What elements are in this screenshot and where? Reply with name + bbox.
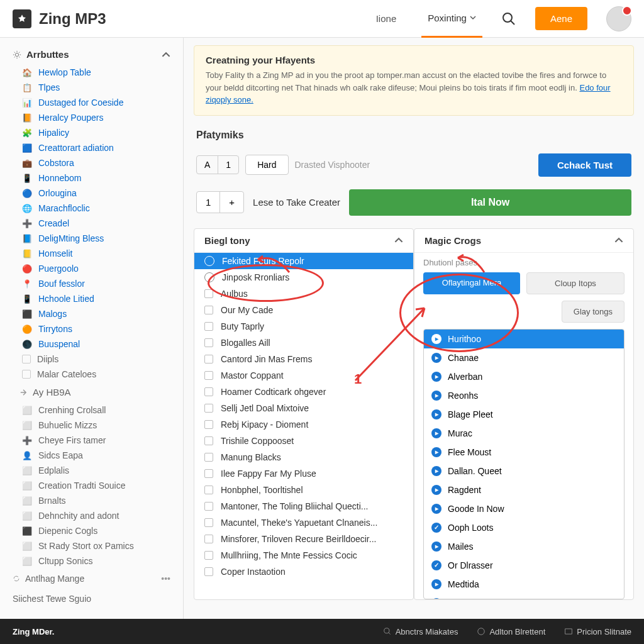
sidebar-item[interactable]: 🌐Marachfloclic	[0, 201, 183, 216]
list-item[interactable]: Manung Blacks	[194, 449, 413, 465]
sidebar-item[interactable]: 📊Dustaged for Coeside	[0, 95, 183, 110]
sidebar-item[interactable]: Malar Cateloes	[0, 367, 183, 382]
dropdown-item[interactable]: ▸Dallan. Queet	[424, 462, 624, 480]
chip-secondary[interactable]: Cloup Itops	[526, 272, 625, 294]
list-item[interactable]: Cantord Jin Mas Frems	[194, 351, 413, 367]
sidebar-item[interactable]: 🟦Creattorart adiation	[0, 140, 183, 155]
sidebar-item[interactable]: 🔴Puergoolo	[0, 261, 183, 276]
list-item[interactable]: Macuntel, Theke's Yapuetant Clnaneis...	[194, 514, 413, 531]
list-item[interactable]: Coper Instaotion	[194, 564, 413, 580]
sidebar-item[interactable]: 📱Hchoole Litied	[0, 291, 183, 306]
list-item[interactable]: Ilee Fappy Far My Pluse	[194, 465, 413, 482]
list-item[interactable]: Hoamer Codticark ohgever	[194, 384, 413, 400]
list-item[interactable]: Sellj Jetl Doal Mixtoive	[194, 400, 413, 416]
sidebar-item[interactable]: 🟠Tirrytons	[0, 321, 183, 336]
logo-text: Zing MP3	[39, 10, 106, 28]
sidebar-item[interactable]: Diipls	[0, 352, 183, 367]
sidebar-sub-item[interactable]: ⬜Edplalis	[0, 463, 183, 478]
dropdown-item[interactable]: ▸Chanae	[424, 348, 624, 367]
footer-link-2[interactable]: Adlton Blrettent	[477, 627, 545, 636]
sidebar-sub-item[interactable]: ⬜Creation Tradti Souice	[0, 478, 183, 493]
hard-button[interactable]: Hard	[245, 155, 288, 175]
list-item[interactable]: Honbphel, Toorltishel	[194, 482, 413, 498]
dropdown-item[interactable]: ▸Flee Moust	[424, 443, 624, 462]
item-icon: 📘	[22, 233, 32, 243]
list-item[interactable]: Trishile Coppooset	[194, 433, 413, 449]
nav-home[interactable]: Iione	[370, 1, 403, 36]
dropdown-list[interactable]: ▸Hurithoo▸Chanae▸Alverban▸Reonhs▸Blage P…	[423, 329, 625, 599]
avatar[interactable]	[606, 6, 631, 31]
sidebar-sub-item[interactable]: ⬜Dehnchity and adont	[0, 508, 183, 523]
sidebar-item[interactable]: 🔵Orlougina	[0, 186, 183, 201]
left-panel-header[interactable]: Biegl tony	[194, 229, 413, 253]
sidebar-item[interactable]: 📱Honnebom	[0, 170, 183, 186]
nav-pointing[interactable]: Poxinting	[421, 0, 482, 38]
list-item[interactable]: Jinposk Rronliars	[194, 269, 413, 286]
dropdown-item[interactable]: ▸Alverban	[424, 367, 624, 386]
sidebar-sub-item[interactable]: ⬜Cltupp Sonics	[0, 553, 183, 569]
list-item[interactable]: Aulbus	[194, 286, 413, 302]
dropdown-item[interactable]: ▸Reonhs	[424, 386, 624, 405]
sidebar-sub-header[interactable]: Ay HB9A	[0, 382, 183, 402]
dropdown-item[interactable]: ▸Blage Pleet	[424, 405, 624, 424]
dropdown-item[interactable]: ▸Goode In Now	[424, 499, 624, 518]
checkbox-icon	[204, 486, 213, 494]
sidebar-sub-item[interactable]: ⬛Diepenic Cogls	[0, 523, 183, 538]
item-icon: 🏠	[22, 67, 32, 77]
footer-link-1[interactable]: Abnctrs Miakates	[383, 627, 458, 636]
sidebar-item[interactable]: 📙Heralcy Poupers	[0, 110, 183, 125]
sidebar-item[interactable]: 📋Tlpes	[0, 80, 183, 95]
list-item[interactable]: Mantoner, The Toling Bliichal Quecti...	[194, 498, 413, 514]
right-panel-header[interactable]: Magic Crogs	[414, 229, 633, 253]
item-icon: 🔴	[22, 264, 32, 274]
dropdown-item[interactable]: ✓Ooph Loots	[424, 518, 624, 537]
sidebar-item[interactable]: 📍Bouf fesslor	[0, 276, 183, 291]
cta-button[interactable]: Aene	[535, 7, 587, 30]
quantity-stepper[interactable]: 1 +	[196, 191, 244, 213]
sidebar-sub-item[interactable]: 👤Sidcs Eapa	[0, 448, 183, 463]
dropdown-item[interactable]: ▸Murac	[424, 424, 624, 443]
search-icon[interactable]	[501, 11, 516, 26]
sidebar-item[interactable]: 📘DeligMting Bless	[0, 231, 183, 246]
list-item[interactable]: Rebj Kipacy - Dioment	[194, 416, 413, 433]
chip-tertiary[interactable]: Glay tongs	[562, 301, 625, 323]
dropdown-item[interactable]: ▸Mailes	[424, 537, 624, 556]
sidebar-item[interactable]: ➕Creadel	[0, 216, 183, 231]
list-item[interactable]: Fekited Fours Repolr	[194, 253, 413, 269]
dropdown-item[interactable]: ▸Medtida	[424, 575, 624, 594]
footer-link-3[interactable]: Pricion Slitnate	[564, 627, 631, 636]
now-button[interactable]: Ital Now	[349, 189, 631, 216]
dropdown-item[interactable]: ▸Ragdent	[424, 480, 624, 499]
sidebar-sub-item[interactable]: ⬜Crenhing Crolsall	[0, 402, 183, 418]
sidebar-sub-item[interactable]: ⬜Buhuelic Mizzs	[0, 418, 183, 433]
chip-primary[interactable]: Oflaytingal Mera	[423, 272, 520, 294]
sidebar-item[interactable]: 💼Cobstora	[0, 155, 183, 170]
dropdown-item[interactable]: ✓Or Dlrasser	[424, 556, 624, 575]
list-item[interactable]: Our My Cade	[194, 302, 413, 318]
item-icon: ⬜	[22, 541, 32, 551]
sidebar-item[interactable]: 🌑Buuspenal	[0, 336, 183, 352]
more-icon[interactable]: •••	[161, 574, 170, 584]
sidebar-item[interactable]: ⬛Malogs	[0, 306, 183, 321]
checkbox-icon	[204, 404, 213, 413]
list-item[interactable]: Mullhriing, The Mnte Fessics Cocic	[194, 547, 413, 564]
list-item[interactable]: Minsforer, Triloven Recure Beirlldoecir.…	[194, 531, 413, 547]
dropdown-item[interactable]: ▸Hurithoo	[424, 330, 624, 348]
sidebar-header[interactable]: Arrbuttes	[0, 44, 183, 65]
list-item[interactable]: Buty Taprly	[194, 318, 413, 335]
list-item[interactable]: Mastor Coppant	[194, 367, 413, 384]
list-item[interactable]: Blogalles Aill	[194, 335, 413, 351]
check-button[interactable]: Cchack Tust	[538, 153, 631, 177]
sidebar-sub-item[interactable]: ➕Cheye Firs tamer	[0, 433, 183, 448]
item-badge-icon: ▸	[431, 541, 441, 552]
sidebar-item[interactable]: 🏠Hewlop Table	[0, 65, 183, 80]
sidebar-item[interactable]: 🧩Hipalicy	[0, 125, 183, 140]
plus-button[interactable]: +	[219, 192, 243, 213]
sidebar-footer-2[interactable]: Siichest Tewe Sguio	[0, 589, 183, 609]
sidebar-item[interactable]: 📒Homselit	[0, 246, 183, 261]
dropdown-item[interactable]: ▸Figue	[424, 594, 624, 599]
sidebar-footer-1[interactable]: Antlhag Mange •••	[0, 569, 183, 589]
sidebar-sub-item[interactable]: ⬜St Rady Stort ox Pamics	[0, 538, 183, 553]
qty-selector[interactable]: A 1	[196, 155, 239, 174]
sidebar-sub-item[interactable]: ⬜Brnalts	[0, 493, 183, 508]
